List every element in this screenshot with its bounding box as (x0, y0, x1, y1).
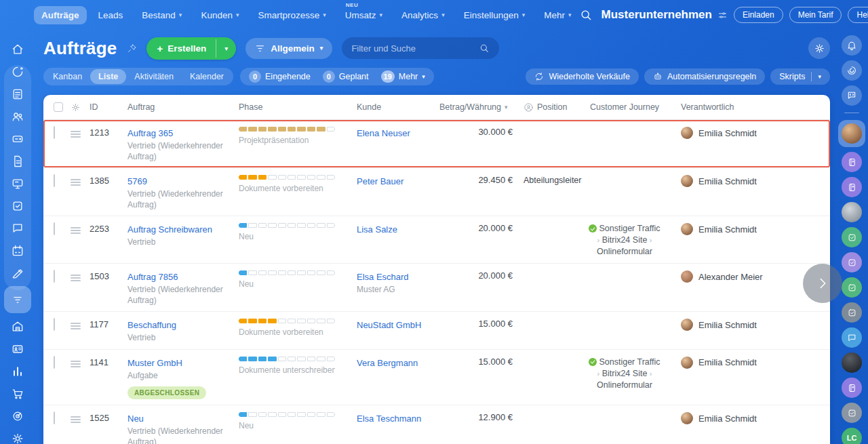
phase-progress-bar[interactable] (239, 223, 335, 228)
pin-icon[interactable] (127, 43, 137, 54)
responsible-cell[interactable]: Emilia Schmidt (665, 319, 830, 331)
column-header-journey[interactable]: Customer Journey (585, 102, 665, 112)
counter-mehr[interactable]: 19Mehr▾ (376, 69, 430, 84)
rail-chat-check[interactable] (842, 277, 862, 298)
responsible-cell[interactable]: Emilia Schmidt (665, 412, 830, 424)
column-header-kunde[interactable]: Kunde (357, 102, 439, 112)
sidebar-item-settings[interactable] (4, 427, 31, 444)
sidebar-item-analytics[interactable] (4, 360, 31, 382)
rail-avatar-selected[interactable] (838, 120, 865, 147)
rail-chat-book[interactable] (842, 177, 862, 197)
sidebar-item-sign[interactable] (4, 262, 31, 284)
drag-handle-icon[interactable] (71, 273, 81, 283)
nav-item-umsatz[interactable]: NEUUmsatz▾ (338, 6, 390, 24)
row-checkbox[interactable] (54, 411, 55, 424)
sidebar-item-home[interactable] (4, 38, 31, 60)
sidebar-item-calendar[interactable] (4, 239, 31, 262)
rail-chat-book[interactable] (842, 378, 862, 398)
drag-handle-icon[interactable] (71, 321, 81, 331)
phase-progress-bar[interactable] (239, 175, 335, 180)
order-title-link[interactable]: Auftrag 365 (127, 128, 173, 138)
column-header-betrag[interactable]: Betrag/Währung▾ (439, 102, 515, 112)
customer-link[interactable]: Elsa Teschmann (357, 413, 421, 424)
sidebar-item-tasks[interactable] (4, 195, 31, 217)
page-settings-button[interactable] (808, 37, 830, 59)
sidebar-item-contact-center[interactable] (4, 338, 31, 360)
sidebar-item-shop[interactable] (4, 382, 31, 405)
nav-item-smartprozesse[interactable]: Smartprozesse▾ (250, 6, 333, 24)
customer-link[interactable]: Elena Neuser (357, 128, 410, 138)
table-row[interactable]: 1177 Beschaffung Vertrieb Dokumente vorb… (43, 312, 830, 350)
column-header-position[interactable]: Position (515, 102, 585, 113)
column-header-verantwortlich[interactable]: Verantwortlich (665, 102, 830, 112)
table-row[interactable]: 1503 Auftrag 7856 Vertrieb (Wiederkehren… (43, 264, 830, 312)
rail-avatar[interactable] (842, 352, 862, 373)
phase-progress-bar[interactable] (239, 270, 335, 275)
customer-link[interactable]: Peter Bauer (357, 176, 403, 186)
rail-copilot-button[interactable] (842, 60, 862, 81)
rail-chat-check[interactable] (842, 252, 862, 273)
toolbar-button-wiederholte-verk-ufe[interactable]: Wiederholte Verkäufe (526, 68, 639, 85)
sidebar-item-drive[interactable] (4, 127, 31, 150)
nav-item-kunden[interactable]: Kunden▾ (193, 6, 246, 24)
phase-progress-bar[interactable] (239, 412, 335, 417)
helpdesk-button[interactable]: Helpdesk (848, 7, 868, 23)
rail-chat-book[interactable] (842, 152, 862, 172)
row-checkbox[interactable] (54, 126, 55, 139)
row-checkbox[interactable] (54, 318, 55, 331)
search-input[interactable]: Filter und Suche (342, 37, 499, 59)
rail-bell-button[interactable] (842, 35, 862, 56)
customer-link[interactable]: Lisa Salze (357, 224, 397, 235)
filter-preset-button[interactable]: Allgemein ▾ (245, 38, 332, 59)
responsible-cell[interactable]: Emilia Schmidt (665, 223, 830, 235)
nav-item-analytics[interactable]: Analytics▾ (394, 6, 452, 24)
create-dropdown-arrow[interactable]: ▾ (216, 39, 236, 58)
phase-progress-bar[interactable] (239, 127, 335, 132)
nav-item-einstellungen[interactable]: Einstellungen▾ (456, 6, 533, 24)
nav-item-auftr-ge[interactable]: Aufträge (34, 6, 87, 24)
responsible-cell[interactable]: Emilia Schmidt (665, 357, 830, 369)
table-row[interactable]: 1141 Muster GmbH Aufgabe ABGESCHLOSSEN D… (43, 350, 830, 406)
view-tab-kalender[interactable]: Kalender (182, 69, 232, 84)
search-icon[interactable] (579, 8, 593, 22)
scroll-right-button[interactable] (803, 264, 842, 303)
toolbar-button-automatisierungsregeln[interactable]: Automatisierungsregeln (644, 68, 765, 85)
order-title-link[interactable]: Muster GmbH (127, 358, 182, 368)
rail-messenger-exchange-button[interactable] (842, 85, 862, 106)
select-all-checkbox[interactable] (54, 102, 63, 112)
view-tab-aktivitäten[interactable]: Aktivitäten (126, 69, 182, 84)
sidebar-item-document[interactable] (4, 150, 31, 172)
counter-eingehende[interactable]: 0Eingehende (244, 69, 315, 84)
sidebar-item-warehouse[interactable] (4, 315, 31, 338)
sidebar-item-marketing[interactable] (4, 405, 31, 427)
phase-progress-bar[interactable] (239, 357, 335, 361)
rail-chat-check[interactable] (842, 403, 862, 423)
responsible-cell[interactable]: Emilia Schmidt (665, 175, 830, 187)
sidebar-item-feed[interactable] (4, 83, 31, 105)
invite-button[interactable]: Einladen (734, 7, 783, 23)
order-title-link[interactable]: 5769 (127, 176, 147, 186)
rail-chat-check[interactable] (842, 302, 862, 323)
order-title-link[interactable]: Neu (127, 413, 144, 424)
responsible-cell[interactable]: Emilia Schmidt (665, 127, 830, 139)
drag-handle-icon[interactable] (71, 226, 81, 235)
order-title-link[interactable]: Auftrag Schreibwaren (127, 224, 212, 235)
drag-handle-icon[interactable] (71, 129, 81, 139)
rail-avatar[interactable] (842, 202, 862, 222)
rail-chat-check[interactable] (842, 227, 862, 247)
row-checkbox[interactable] (54, 174, 55, 187)
customer-link[interactable]: Elsa Eschard (357, 272, 409, 282)
column-settings-gear-icon[interactable] (71, 102, 81, 113)
drag-handle-icon[interactable] (71, 415, 81, 424)
customer-link[interactable]: NeuStadt GmbH (357, 320, 421, 330)
order-title-link[interactable]: Auftrag 7856 (127, 272, 178, 282)
nav-item-leads[interactable]: Leads (91, 6, 131, 24)
toolbar-button-skripts[interactable]: Skripts▾ (770, 68, 830, 85)
table-row[interactable]: 1385 5769 Vertrieb (Wiederkehrender Auft… (43, 168, 830, 216)
my-plan-button[interactable]: Mein Tarif (789, 7, 842, 23)
table-row[interactable]: 1525 Neu Vertrieb (Wiederkehrender Auftr… (43, 405, 830, 444)
row-checkbox[interactable] (54, 356, 55, 369)
row-checkbox[interactable] (54, 270, 55, 283)
drag-handle-icon[interactable] (71, 178, 81, 187)
drag-handle-icon[interactable] (71, 359, 81, 369)
